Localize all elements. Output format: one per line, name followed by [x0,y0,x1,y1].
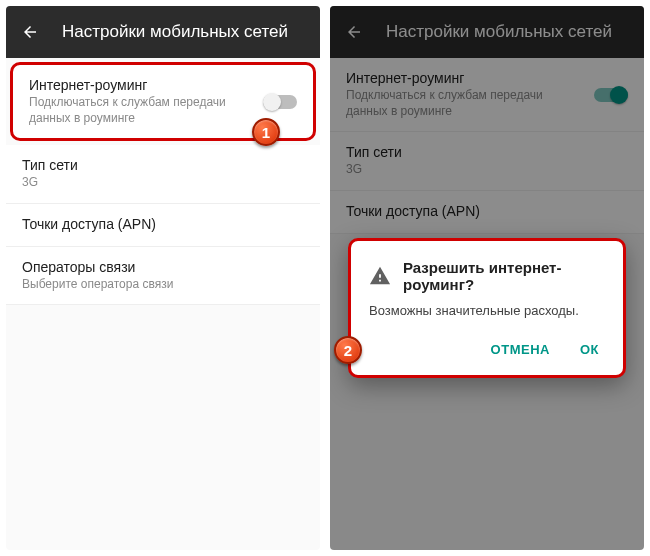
dialog-message: Возможны значительные расходы. [369,303,605,318]
settings-list: Интернет-роуминг Подключаться к службам … [6,62,320,305]
row-subtitle: Выберите оператора связи [22,277,304,293]
row-subtitle: Подключаться к службам передачи данных в… [29,95,253,126]
warning-icon [369,265,391,287]
dialog-buttons: ОТМЕНА ОК [369,332,605,367]
arrow-back-icon [21,23,39,41]
cancel-button[interactable]: ОТМЕНА [487,336,554,363]
back-button[interactable] [20,22,40,42]
row-network-type[interactable]: Тип сети 3G [6,145,320,204]
row-operators[interactable]: Операторы связи Выберите оператора связи [6,247,320,306]
appbar-title: Настройки мобильных сетей [62,22,288,42]
row-title: Точки доступа (APN) [22,216,304,232]
annotation-badge-2: 2 [334,336,362,364]
row-title: Операторы связи [22,259,304,275]
ok-button[interactable]: ОК [576,336,603,363]
row-apn[interactable]: Точки доступа (APN) [6,204,320,247]
row-subtitle: 3G [22,175,304,191]
screen-left: Настройки мобильных сетей Интернет-роуми… [6,6,320,550]
roaming-switch[interactable] [263,95,297,109]
row-title: Интернет-роуминг [29,77,253,93]
dialog-title: Разрешить интернет-роуминг? [403,259,605,293]
appbar: Настройки мобильных сетей [6,6,320,58]
row-title: Тип сети [22,157,304,173]
annotation-badge-1: 1 [252,118,280,146]
screen-right: Настройки мобильных сетей Интернет-роуми… [330,6,644,550]
roaming-confirm-dialog: Разрешить интернет-роуминг? Возможны зна… [348,238,626,378]
